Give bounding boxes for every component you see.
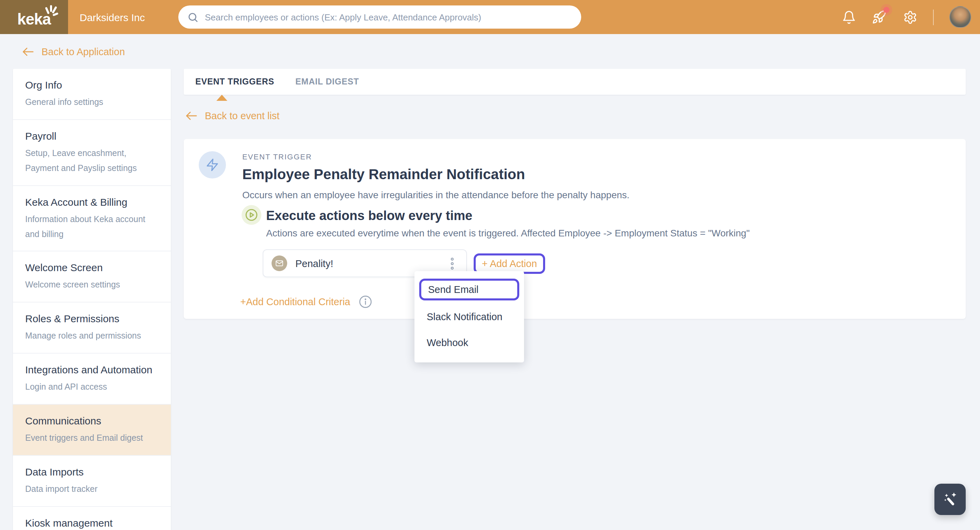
event-trigger-avatar — [199, 151, 226, 179]
sidebar-item-payroll[interactable]: Payroll Setup, Leave encashment, Payment… — [13, 120, 171, 186]
settings-button[interactable] — [902, 10, 917, 24]
gear-icon — [903, 10, 917, 24]
event-trigger-title: Employee Penalty Remainder Notification — [242, 166, 630, 183]
sidebar-item-title: Communications — [25, 415, 159, 426]
sidebar-item-keka-account-billing[interactable]: Keka Account & Billing Information about… — [13, 186, 171, 252]
sidebar-item-title: Org Info — [25, 79, 159, 91]
active-tab-caret — [216, 95, 227, 101]
sidebar-item-integrations-automation[interactable]: Integrations and Automation Login and AP… — [13, 354, 171, 405]
menu-item-send-email[interactable]: Send Email — [419, 279, 519, 300]
sidebar-item-kiosk-management[interactable]: Kiosk management Kiosk Devices allow you… — [13, 507, 171, 530]
back-to-application-link[interactable]: Back to Application — [22, 46, 125, 57]
whats-new-button[interactable] — [872, 10, 887, 24]
event-trigger-description: Occurs when an employee have irregularit… — [242, 189, 630, 200]
assistant-fab-button[interactable] — [934, 484, 966, 515]
sidebar-item-org-info[interactable]: Org Info General info settings — [13, 69, 171, 120]
sidebar-item-subtitle: Information about Keka account and billi… — [25, 212, 159, 242]
event-trigger-header: EVENT TRIGGER Employee Penalty Remainder… — [242, 153, 630, 200]
event-trigger-kicker: EVENT TRIGGER — [242, 153, 630, 161]
arrow-left-icon — [185, 111, 197, 121]
sidebar-item-subtitle: Manage roles and permissions — [25, 329, 159, 344]
sidebar-item-title: Payroll — [25, 130, 159, 142]
global-search — [178, 5, 581, 29]
bell-icon — [842, 10, 856, 24]
tab-email-digest[interactable]: EMAIL DIGEST — [295, 77, 359, 86]
add-action-dropdown: Send Email Slack Notification Webhook — [414, 271, 524, 362]
execute-icon-wrap — [242, 205, 261, 225]
sidebar-item-title: Keka Account & Billing — [25, 196, 159, 208]
sidebar-item-title: Welcome Screen — [25, 262, 159, 273]
keka-logo[interactable]: keka — [0, 0, 68, 34]
add-conditional-criteria-link[interactable]: +Add Conditional Criteria — [240, 296, 350, 307]
execute-actions-title: Execute actions below every time — [266, 208, 472, 223]
sidebar-item-title: Roles & Permissions — [25, 313, 159, 325]
menu-item-label: Send Email — [428, 284, 479, 295]
avatar[interactable] — [950, 6, 971, 28]
sidebar-item-title: Data Imports — [25, 466, 159, 477]
sidebar-item-subtitle: General info settings — [25, 95, 159, 110]
kebab-icon — [450, 257, 453, 270]
top-bar: keka Darksiders Inc — [0, 0, 980, 34]
info-icon[interactable] — [358, 295, 372, 309]
magic-wand-icon — [941, 490, 959, 508]
logo-sparkle-icon — [44, 5, 59, 17]
communications-tabbar: EVENT TRIGGERS EMAIL DIGEST — [184, 69, 966, 95]
lightning-icon — [205, 158, 219, 172]
back-to-event-list-label: Back to event list — [205, 110, 279, 121]
back-to-event-list-link[interactable]: Back to event list — [185, 110, 279, 121]
back-to-application-label: Back to Application — [41, 46, 125, 57]
email-action-avatar — [272, 255, 287, 271]
sidebar-item-subtitle: Login and API access — [25, 380, 159, 395]
notifications-button[interactable] — [841, 10, 856, 24]
header-divider — [933, 9, 934, 25]
add-action-button[interactable]: + Add Action — [474, 253, 545, 273]
sidebar-item-subtitle: Event triggers and Email digest — [25, 431, 159, 446]
sidebar-item-communications[interactable]: Communications Event triggers and Email … — [13, 405, 171, 456]
keka-settings-page: keka Darksiders Inc — [0, 0, 980, 530]
sidebar-item-welcome-screen[interactable]: Welcome Screen Welcome screen settings — [13, 252, 171, 303]
envelope-icon — [275, 259, 284, 268]
top-right-icons — [841, 0, 971, 34]
action-overflow-menu-button[interactable] — [446, 256, 458, 271]
sidebar-item-title: Kiosk management — [25, 517, 159, 528]
sidebar-item-subtitle: Setup, Leave encashment, Payment and Pay… — [25, 147, 159, 176]
conditional-criteria-row: +Add Conditional Criteria — [240, 295, 372, 309]
sidebar-item-subtitle: Welcome screen settings — [25, 278, 159, 293]
sidebar-item-subtitle: Data import tracker — [25, 482, 159, 497]
menu-item-slack-notification[interactable]: Slack Notification — [414, 304, 524, 330]
action-name: Penality! — [295, 258, 446, 269]
search-input[interactable] — [205, 12, 572, 22]
menu-item-webhook[interactable]: Webhook — [414, 330, 524, 356]
execute-actions-subtitle: Actions are executed everytime when the … — [266, 228, 749, 238]
tab-event-triggers[interactable]: EVENT TRIGGERS — [195, 77, 274, 86]
event-trigger-card: EVENT TRIGGER Employee Penalty Remainder… — [184, 139, 966, 319]
play-circle-icon — [244, 208, 259, 222]
sidebar-item-data-imports[interactable]: Data Imports Data import tracker — [13, 456, 171, 507]
sidebar-item-title: Integrations and Automation — [25, 364, 159, 375]
company-name: Darksiders Inc — [80, 0, 145, 34]
arrow-left-icon — [22, 47, 34, 57]
notification-badge — [883, 7, 889, 13]
search-icon — [187, 11, 199, 23]
sidebar-item-roles-permissions[interactable]: Roles & Permissions Manage roles and per… — [13, 303, 171, 354]
settings-sidebar: Org Info General info settings Payroll S… — [13, 69, 171, 530]
add-action-label: + Add Action — [482, 258, 537, 269]
